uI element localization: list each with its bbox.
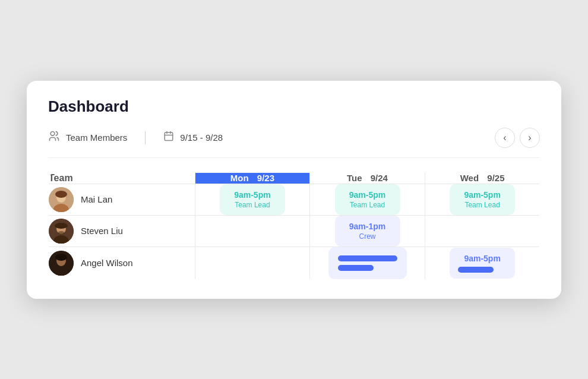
calendar-icon <box>163 131 174 144</box>
col-tue-day: Tue <box>347 173 362 183</box>
member-name: Mai Lan <box>81 194 112 204</box>
col-wed-header: Wed 9/25 <box>425 172 540 184</box>
col-mon-date: 9/23 <box>257 173 274 183</box>
toolbar-divider <box>145 131 146 144</box>
badge-role: Team Lead <box>343 201 392 209</box>
col-mon-day: Mon <box>230 173 249 183</box>
col-team-header: Team <box>49 172 195 184</box>
col-wed-day: Wed <box>460 173 479 183</box>
team-cell-mai-lan: Mai Lan <box>49 184 195 215</box>
next-button[interactable]: › <box>520 128 540 148</box>
page-title: Dashboard <box>48 97 540 116</box>
col-wed-date: 9/25 <box>487 173 504 183</box>
date-range: 9/15 - 9/28 <box>180 132 223 143</box>
schedule-cell-mai-mon[interactable]: 9am-5pm Team Lead <box>195 184 310 215</box>
loading-bars <box>338 255 397 271</box>
col-tue-header: Tue 9/24 <box>309 172 425 184</box>
col-tue-date: 9/24 <box>371 173 388 183</box>
toolbar-nav: ‹ › <box>495 128 540 148</box>
prev-button[interactable]: ‹ <box>495 128 515 148</box>
team-members-icon <box>48 130 60 145</box>
dashboard-window: Dashboard Team Members <box>27 81 561 299</box>
schedule-cell-angel-tue[interactable] <box>309 247 425 279</box>
svg-point-13 <box>58 231 65 235</box>
badge-time: 9am-5pm <box>228 190 277 200</box>
toolbar: Team Members 9/15 - 9/28 ‹ › <box>48 128 540 158</box>
team-member: Mai Lan <box>49 187 195 212</box>
svg-point-17 <box>55 254 67 261</box>
team-members-label: Team Members <box>66 132 127 143</box>
member-name: Steven Liu <box>81 226 123 236</box>
badge-bar <box>458 267 494 273</box>
schedule-badge: 9am-5pm <box>450 248 515 279</box>
member-name: Angel Wilson <box>81 258 133 268</box>
schedule-badge-loading <box>328 247 407 279</box>
schedule-badge: 9am-1pm Crew <box>335 216 400 247</box>
loading-bar-short <box>338 265 374 271</box>
schedule-cell-mai-tue[interactable]: 9am-5pm Team Lead <box>309 184 425 215</box>
col-mon-header: Mon 9/23 <box>195 172 310 184</box>
team-cell-steven-liu: Steven Liu <box>49 215 195 247</box>
toolbar-left: Team Members 9/15 - 9/28 <box>48 130 223 145</box>
svg-rect-1 <box>165 132 173 141</box>
badge-time: 9am-5pm <box>458 254 507 263</box>
team-member: Angel Wilson <box>49 251 195 276</box>
schedule-table: Team Mon 9/23 Tue 9/24 Wed 9/25 <box>48 172 540 280</box>
table-row: Mai Lan 9am-5pm Team Lead 9am-5pm Team L… <box>49 184 540 215</box>
schedule-cell-mai-wed[interactable]: 9am-5pm Team Lead <box>425 184 540 215</box>
badge-time: 9am-5pm <box>458 190 507 200</box>
svg-point-0 <box>50 132 55 136</box>
loading-bar-long <box>338 255 397 261</box>
badge-role: Team Lead <box>458 201 507 209</box>
badge-time: 9am-1pm <box>343 222 392 231</box>
schedule-cell-steven-mon[interactable] <box>195 215 310 247</box>
badge-role: Team Lead <box>228 201 277 209</box>
avatar <box>49 251 74 276</box>
badge-role: Crew <box>343 232 392 241</box>
header: Dashboard Team Members <box>27 81 561 158</box>
schedule-cell-angel-mon[interactable] <box>195 247 310 279</box>
main-content: Team Mon 9/23 Tue 9/24 Wed 9/25 <box>27 158 561 299</box>
team-member: Steven Liu <box>49 219 195 244</box>
avatar <box>49 187 74 212</box>
schedule-badge: 9am-5pm Team Lead <box>450 184 515 215</box>
table-row: Angel Wilson 9a <box>49 247 540 279</box>
schedule-badge: 9am-5pm Team Lead <box>220 184 285 215</box>
team-cell-angel-wilson: Angel Wilson <box>49 247 195 279</box>
svg-point-8 <box>55 191 67 198</box>
avatar <box>49 219 74 244</box>
schedule-cell-steven-tue[interactable]: 9am-1pm Crew <box>309 215 425 247</box>
badge-time: 9am-5pm <box>343 190 392 200</box>
schedule-cell-steven-wed[interactable] <box>425 215 540 247</box>
table-row: Steven Liu 9am-1pm Crew <box>49 215 540 247</box>
schedule-cell-angel-wed[interactable]: 9am-5pm <box>425 247 540 279</box>
schedule-badge: 9am-5pm Team Lead <box>335 184 400 215</box>
svg-point-12 <box>55 223 68 229</box>
